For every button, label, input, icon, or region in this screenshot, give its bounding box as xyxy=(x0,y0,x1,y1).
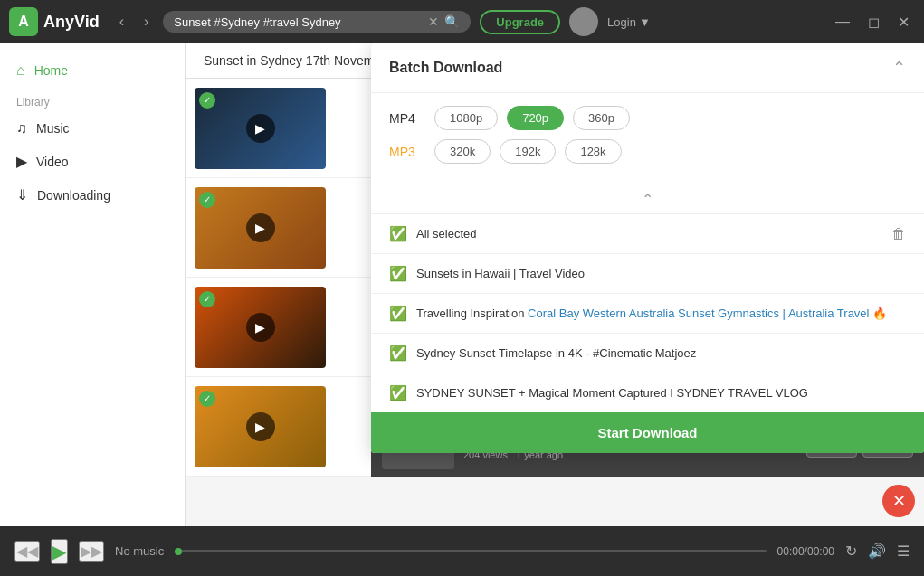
player-time: 00:00/00:00 xyxy=(777,545,834,558)
play-pause-button[interactable]: ▶ xyxy=(51,539,68,564)
item-2-title: Travelling Inspiration Coral Bay Western… xyxy=(416,307,906,320)
main-layout: ⌂ Home Library ♫ Music ▶ Video ⇓ Downloa… xyxy=(0,43,924,526)
sidebar-item-downloading[interactable]: ⇓ Downloading xyxy=(0,178,185,212)
app-logo-icon: A xyxy=(9,7,38,36)
player-icons: ↻ 🔊 ☰ xyxy=(845,543,910,560)
list-item-1: ✅ Sunsets in Hawaii | Travel Video xyxy=(371,254,924,294)
item-1-check-icon: ✅ xyxy=(389,265,407,282)
close-button[interactable]: ✕ xyxy=(892,12,915,33)
progress-area xyxy=(175,550,766,552)
playlist-icon[interactable]: ☰ xyxy=(897,543,910,560)
sidebar-item-music[interactable]: ♫ Music xyxy=(0,112,185,145)
divider-row: ⌃ xyxy=(371,185,924,214)
item-4-check-icon: ✅ xyxy=(389,384,407,401)
video-icon: ▶ xyxy=(16,153,27,170)
close-float-button[interactable]: ✕ xyxy=(882,485,915,517)
quality-192k-btn[interactable]: 192k xyxy=(500,139,556,164)
item-2-link[interactable]: Coral Bay Western Australia Sunset Gymna… xyxy=(528,307,869,320)
list-item-4: ✅ SYDNEY SUNSET + Magical Moment Capture… xyxy=(371,373,924,412)
item-3-title: Sydney Sunset Timelapse in 4K - #Cinemat… xyxy=(416,346,906,360)
home-icon: ⌂ xyxy=(16,62,25,79)
window-controls: — ◻ ✕ xyxy=(830,12,915,33)
mp4-label: MP4 xyxy=(389,111,425,126)
all-selected-check-icon: ✅ xyxy=(389,225,407,242)
progress-dot xyxy=(175,548,182,555)
all-selected-row: ✅ All selected 🗑 xyxy=(371,214,924,254)
download-icon: ⇓ xyxy=(16,186,28,203)
search-clear-icon[interactable]: ✕ xyxy=(428,14,439,29)
check-badge-1: ✓ xyxy=(199,92,215,109)
content-area: Sunset in Sydney 17th November 2016 - Se… xyxy=(186,43,924,526)
delete-icon[interactable]: 🗑 xyxy=(891,226,906,242)
item-2-check-icon: ✅ xyxy=(389,305,407,322)
back-button[interactable]: ‹ xyxy=(114,10,129,33)
item-3-check-icon: ✅ xyxy=(389,345,407,362)
minimize-button[interactable]: — xyxy=(830,12,855,32)
volume-icon[interactable]: 🔊 xyxy=(868,543,886,560)
chevron-up-icon[interactable]: ⌃ xyxy=(642,191,653,208)
avatar xyxy=(569,7,598,36)
play-btn-1[interactable]: ▶ xyxy=(246,114,275,143)
prev-button[interactable]: ◀◀ xyxy=(14,541,40,562)
list-item-2: ✅ Travelling Inspiration Coral Bay Weste… xyxy=(371,294,924,334)
check-badge-4: ✓ xyxy=(199,391,215,407)
login-button[interactable]: Login ▼ xyxy=(607,15,651,29)
mp4-row: MP4 1080p 720p 360p xyxy=(389,106,906,130)
items-list: ✅ All selected 🗑 ✅ Sunsets in Hawaii | T… xyxy=(371,214,924,412)
format-section: MP4 1080p 720p 360p MP3 320k 192k 128k xyxy=(371,93,924,185)
all-selected-label: All selected xyxy=(416,227,882,241)
upgrade-button[interactable]: Upgrade xyxy=(480,10,560,34)
quality-1080p-btn[interactable]: 1080p xyxy=(434,106,498,130)
start-download-button[interactable]: Start Download xyxy=(371,412,924,453)
progress-bar[interactable] xyxy=(175,550,766,552)
mp3-row: MP3 320k 192k 128k xyxy=(389,139,906,164)
video-thumb-4: ✓ ▶ xyxy=(195,386,326,467)
check-badge-3: ✓ xyxy=(199,291,215,307)
logo-area: A AnyVid xyxy=(9,7,100,36)
search-icon[interactable]: 🔍 xyxy=(444,14,460,29)
sidebar-library-label: Library xyxy=(0,87,185,112)
collapse-button[interactable]: ⌃ xyxy=(892,58,906,78)
titlebar: A AnyVid ‹ › ✕ 🔍 Upgrade Login ▼ — ◻ ✕ xyxy=(0,0,924,43)
forward-button[interactable]: › xyxy=(138,10,154,33)
search-input[interactable] xyxy=(174,15,423,29)
batch-title: Batch Download xyxy=(389,60,502,76)
play-btn-3[interactable]: ▶ xyxy=(246,313,275,342)
sidebar-item-home[interactable]: ⌂ Home xyxy=(0,54,185,87)
video-thumb-3: ✓ ▶ xyxy=(195,287,326,368)
mp3-label: MP3 xyxy=(389,145,425,159)
player-bar: ◀◀ ▶ ▶▶ No music 00:00/00:00 ↻ 🔊 ☰ xyxy=(0,526,924,576)
batch-header: Batch Download ⌃ xyxy=(371,43,924,93)
play-btn-4[interactable]: ▶ xyxy=(246,412,275,441)
list-item-3: ✅ Sydney Sunset Timelapse in 4K - #Cinem… xyxy=(371,334,924,373)
video-thumb-2: ✓ ▶ xyxy=(195,187,326,269)
item-1-title: Sunsets in Hawaii | Travel Video xyxy=(416,267,906,280)
maximize-button[interactable]: ◻ xyxy=(862,12,885,33)
search-bar: ✕ 🔍 xyxy=(163,11,471,33)
item-4-title: SYDNEY SUNSET + Magical Moment Captured … xyxy=(416,386,906,400)
check-badge-2: ✓ xyxy=(199,192,215,208)
app-name: AnyVid xyxy=(43,13,100,32)
sidebar: ⌂ Home Library ♫ Music ▶ Video ⇓ Downloa… xyxy=(0,43,186,526)
quality-360p-btn[interactable]: 360p xyxy=(573,106,630,130)
music-icon: ♫ xyxy=(16,120,27,137)
quality-320k-btn[interactable]: 320k xyxy=(434,139,491,164)
repeat-icon[interactable]: ↻ xyxy=(845,543,857,560)
sidebar-item-video[interactable]: ▶ Video xyxy=(0,145,185,178)
video-thumb-1: ✓ ▶ xyxy=(195,88,326,169)
play-btn-2[interactable]: ▶ xyxy=(246,213,275,242)
quality-128k-btn[interactable]: 128k xyxy=(565,139,621,164)
next-button[interactable]: ▶▶ xyxy=(79,541,104,562)
batch-download-modal: Batch Download ⌃ MP4 1080p 720p 360p MP3… xyxy=(371,43,924,453)
quality-720p-btn[interactable]: 720p xyxy=(507,106,564,130)
player-track-name: No music xyxy=(115,544,164,558)
